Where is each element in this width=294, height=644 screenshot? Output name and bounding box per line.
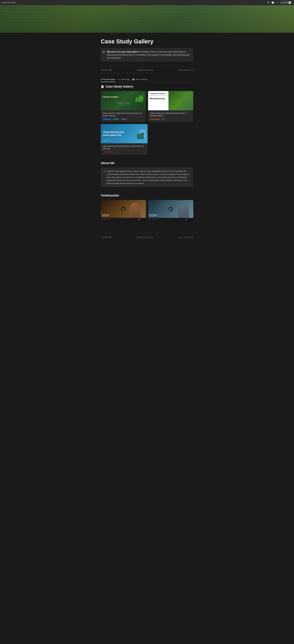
tabs-nav: ⊞ All case studies ⚙ Technology 🏢 Urban … — [101, 78, 193, 82]
video-card-andrea: ▶ Andrea Lim Acme INC ▶ 0:00 / 0:04 🔊 ⛶ … — [101, 200, 146, 221]
browser-chrome: Case Study Gallery 🔍 ⬜ ••• Built with N — [0, 0, 294, 5]
tag-urban-planning: Urban Planning — [102, 151, 114, 153]
hero-image — [0, 5, 294, 33]
case-study-grid: Industry Analysis of a fintech company P… — [101, 91, 193, 122]
card-image-urban: Urban planning and green spaces city PRE… — [101, 124, 148, 143]
about-icon: ✳ — [103, 170, 105, 173]
card-title-fintech: Startup growth: Analyzing the success fa… — [102, 112, 144, 117]
card-title-manufacturing: Implementing AI in Industrial Manufactur… — [150, 112, 192, 117]
tab-all-case-studies[interactable]: ⊞ All case studies — [101, 78, 115, 82]
callout-bold: Welcome to my case study gallery! — [107, 51, 139, 53]
notion-icon: N — [289, 2, 291, 4]
about-heading-label: About Me — [101, 161, 114, 165]
tag-row-manufacturing: Manufacturing AI — [150, 118, 192, 120]
video-controls-drew: ▶ 0:00 / 0:04 🔊 ⛶ ⋮ — [148, 218, 193, 221]
play-button-andrea[interactable]: ▶ — [121, 207, 125, 211]
testimonials-section: Testimonials ▶ Andrea Lim Acme INC ▶ — [101, 194, 193, 221]
more-icon-drew[interactable]: ⋮ — [191, 218, 192, 220]
footer: 123-456-7890 hey@johnsmith.com San Franc… — [97, 233, 197, 242]
fullscreen-icon-drew[interactable]: ⛶ — [188, 218, 190, 220]
progress-andrea[interactable] — [110, 219, 137, 220]
testimonials-heading-label: Testimonials — [101, 194, 119, 197]
contact-location: San Francisco, CA — [178, 69, 193, 71]
case-card-manufacturing[interactable]: Proposed Timeline Briefly elaborate on w… — [148, 91, 193, 122]
contact-phone: 123-456-7890 — [101, 69, 112, 71]
fintech-title-top: Industry Analysis — [102, 96, 118, 98]
video-controls-andrea: ▶ 0:00 / 0:04 🔊 ⛶ ⋮ — [101, 218, 146, 221]
case-study-grid-wide: Urban planning and green spaces city PRE… — [101, 124, 193, 155]
about-text: I believe in leveraging the power of tec… — [107, 170, 191, 185]
volume-icon-drew[interactable]: 🔊 — [186, 218, 188, 220]
video-company-drew: Acme INC — [149, 216, 157, 217]
share-icon[interactable]: ⬜ — [271, 2, 274, 4]
about-section: About Me ✳ I believe in leveraging the p… — [101, 161, 193, 187]
urban-decorative-shape — [134, 128, 145, 139]
play-ctrl-drew[interactable]: ▶ — [149, 218, 150, 220]
gallery-heading-label: Case Study Gallery — [106, 85, 133, 88]
footer-email: hey@johnsmith.com — [137, 236, 153, 238]
tag-technology: Technology — [102, 118, 112, 120]
built-with-badge[interactable]: Built with N — [280, 1, 292, 4]
video-info-drew: Drew Evans Acme INC — [149, 214, 157, 217]
case-card-urban[interactable]: Urban planning and green spaces city PRE… — [101, 124, 148, 155]
video-thumbnail-andrea: ▶ Andrea Lim Acme INC — [101, 200, 146, 218]
volume-icon-andrea[interactable]: 🔊 — [138, 218, 140, 220]
fintech-presented: Presented by: Acme — [118, 104, 129, 106]
case-card-fintech[interactable]: Industry Analysis of a fintech company P… — [101, 91, 146, 122]
gallery-heading-icon: 📋 — [101, 85, 104, 88]
video-thumbnail-drew: ▶ Drew Evans Acme INC — [148, 200, 193, 218]
callout-icon: ▶ — [103, 50, 105, 54]
play-button-drew[interactable]: ▶ — [169, 207, 173, 211]
card-title-urban: Urban planning and green spaces: A case … — [102, 145, 146, 150]
contact-bar: 123-456-7890 hey@johnsmith.com San Franc… — [101, 67, 193, 73]
card-body-fintech: Startup growth: Analyzing the success fa… — [101, 110, 146, 122]
browser-tab-title: Case Study Gallery — [2, 2, 266, 4]
tab-label-tech: Technology — [120, 78, 129, 80]
video-person-drew — [178, 204, 189, 218]
more-icon-andrea[interactable]: ⋮ — [143, 218, 145, 220]
tab-icon-urban: 🏢 — [132, 78, 134, 80]
play-ctrl-andrea[interactable]: ▶ — [102, 218, 103, 220]
tag-finance: Finance — [112, 118, 120, 120]
page-title: Case Study Gallery — [101, 38, 193, 45]
card-body-manufacturing: Implementing AI in Industrial Manufactur… — [148, 110, 193, 122]
tag-ai: AI — [162, 118, 165, 120]
callout-text: Welcome to my case study gallery! I'm th… — [107, 50, 191, 60]
card-image-fintech: Industry Analysis of a fintech company P… — [101, 91, 146, 110]
tab-icon-tech: ⚙ — [118, 78, 120, 80]
progress-drew[interactable] — [158, 219, 185, 220]
bottom-spacer — [0, 242, 294, 258]
gallery-heading: 📋 Case Study Gallery — [101, 85, 193, 88]
video-info-andrea: Andrea Lim Acme INC — [102, 214, 109, 217]
manufacturing-image-bg: Proposed Timeline Briefly elaborate on w… — [148, 91, 193, 110]
tab-technology[interactable]: ⚙ Technology — [118, 78, 129, 82]
browser-toolbar: 🔍 ⬜ ••• Built with N — [267, 1, 292, 4]
fullscreen-icon-andrea[interactable]: ⛶ — [141, 218, 142, 220]
search-icon[interactable]: 🔍 — [267, 2, 270, 4]
tag-row-urban: Urban Planning — [102, 151, 146, 153]
tag-startups: Startups — [120, 118, 128, 120]
contact-email: hey@johnsmith.com — [137, 69, 153, 71]
tab-urban-planning[interactable]: 🏢 Urban Planning — [132, 78, 148, 82]
main-content: Case Study Gallery ▶ Welcome to my case … — [97, 33, 197, 233]
video-bg-drew: ▶ Drew Evans Acme INC — [148, 200, 193, 218]
tab-label-all: All case studies — [103, 78, 115, 80]
urban-presented: PRESENTED BY:ACME — [103, 140, 112, 142]
card-image-manufacturing: Proposed Timeline Briefly elaborate on w… — [148, 91, 193, 110]
time-andrea: 0:00 / 0:04 — [104, 219, 110, 220]
card-body-urban: Urban planning and green spaces: A case … — [101, 143, 148, 155]
tag-manufacturing: Manufacturing — [150, 118, 161, 120]
video-name-andrea: Andrea Lim — [102, 214, 109, 216]
about-callout: ✳ I believe in leveraging the power of t… — [101, 168, 193, 187]
urban-text: Urban planning and green spaces city — [103, 131, 126, 136]
video-card-drew: ▶ Drew Evans Acme INC ▶ 0:00 / 0:04 🔊 ⛶ … — [148, 200, 193, 221]
footer-location: San Francisco, CA — [178, 236, 193, 238]
video-company-andrea: Acme INC — [102, 216, 109, 217]
footer-phone: 123-456-7890 — [101, 236, 112, 238]
intro-callout: ▶ Welcome to my case study gallery! I'm … — [101, 48, 193, 62]
video-person-andrea — [129, 203, 140, 218]
more-options-icon[interactable]: ••• — [276, 2, 278, 4]
testimonials-heading: Testimonials — [101, 194, 193, 197]
mfg-photo — [169, 91, 193, 110]
fintech-image-bg: Industry Analysis of a fintech company P… — [101, 91, 146, 110]
